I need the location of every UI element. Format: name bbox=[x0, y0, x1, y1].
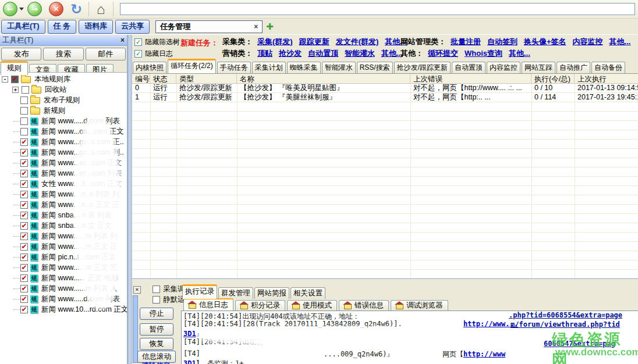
tree-folder[interactable]: 新规则 bbox=[0, 105, 127, 116]
tab-loop-tasks[interactable]: 循环任务(2/2) bbox=[168, 59, 216, 73]
checkbox[interactable]: ✔ bbox=[20, 212, 28, 219]
checkbox[interactable] bbox=[153, 286, 160, 293]
collect-group-link[interactable]: 采集(群发) bbox=[257, 37, 293, 47]
tab-exec-record[interactable]: 执行记录 bbox=[182, 284, 217, 299]
pause-button[interactable]: 暂停 bbox=[140, 323, 173, 336]
checkbox[interactable] bbox=[153, 296, 160, 304]
checkbox[interactable]: ✔ bbox=[20, 295, 28, 303]
tree-label[interactable]: 新闻 www.10...rd.com 正文 bbox=[41, 305, 127, 315]
content-monitor-link[interactable]: 内容监控 bbox=[573, 37, 603, 47]
tab-rules[interactable]: 规则 bbox=[1, 61, 28, 75]
avatar-signature-link[interactable]: 换头像+签名 bbox=[524, 37, 566, 47]
menu-task-button[interactable]: 任 务 bbox=[48, 20, 77, 34]
menu-corpus-button[interactable]: 语料库 bbox=[79, 20, 113, 34]
log-link[interactable]: http://www... bbox=[463, 320, 518, 328]
tab-settings[interactable]: 相关设置 bbox=[290, 287, 325, 299]
clear-info-button[interactable]: 清除信息 bbox=[141, 361, 171, 364]
search-button[interactable]: 搜索 bbox=[43, 48, 83, 60]
col-exec-count[interactable]: 执行(今/总) bbox=[531, 74, 575, 83]
col-name[interactable]: 名称 bbox=[237, 74, 410, 83]
close-icon[interactable]: × bbox=[120, 36, 125, 44]
mail-button[interactable]: 邮件 bbox=[86, 48, 126, 60]
back-button[interactable]: ← bbox=[3, 2, 17, 16]
checkbox[interactable]: ✔ bbox=[20, 254, 28, 261]
checkbox[interactable] bbox=[20, 97, 28, 104]
checkbox[interactable]: ✔ bbox=[20, 159, 28, 167]
tab-site-exchange[interactable]: 网站互踩 bbox=[522, 62, 555, 73]
checkbox[interactable]: ✔ bbox=[20, 180, 28, 188]
tab-auto-promote[interactable]: 自动推广 bbox=[557, 62, 590, 73]
close-icon[interactable]: × bbox=[254, 23, 258, 31]
checkbox[interactable] bbox=[20, 117, 28, 125]
tab-kernel-snapshot[interactable]: 内核快照 bbox=[133, 62, 166, 73]
tree-label[interactable]: 发布子规则 bbox=[44, 95, 80, 105]
tree-label[interactable]: 回收站 bbox=[45, 85, 67, 95]
tree-folder[interactable]: + 回收站 bbox=[0, 84, 127, 95]
checkbox[interactable]: ✔ bbox=[20, 243, 28, 251]
menu-cloudshare-button[interactable]: 云共享 bbox=[115, 20, 150, 34]
other-link[interactable]: 其他... bbox=[381, 48, 403, 59]
stop-button[interactable]: ✕ bbox=[49, 2, 63, 16]
sidebar-splitter[interactable] bbox=[127, 35, 132, 364]
checkbox[interactable]: ✓ bbox=[134, 38, 142, 46]
whois-link[interactable]: Whois查询 bbox=[465, 48, 502, 59]
checkbox[interactable]: ✔ bbox=[20, 149, 28, 156]
tree-folder[interactable]: 发布子规则 bbox=[0, 95, 127, 105]
tab-sofa-track[interactable]: 抢沙发/跟踪更新 bbox=[394, 62, 451, 73]
tab-group-post[interactable]: 群发管理 bbox=[218, 287, 253, 299]
track-update-link[interactable]: 跟踪更新 bbox=[299, 37, 329, 47]
tab-auto-backup[interactable]: 自动备份 bbox=[591, 62, 625, 73]
checkbox[interactable]: ✔ bbox=[20, 191, 28, 198]
checkbox[interactable]: ✔ bbox=[20, 201, 28, 209]
log-link[interactable]: m/forum/viewthread.php?tid bbox=[511, 320, 620, 329]
checkbox[interactable]: ✔ bbox=[20, 306, 28, 313]
checkbox[interactable] bbox=[20, 107, 28, 115]
tab-auto-top[interactable]: 自动置顶 bbox=[452, 62, 485, 73]
checkbox[interactable]: ✔ bbox=[20, 264, 28, 272]
batch-register-link[interactable]: 批量注册 bbox=[451, 37, 481, 47]
col-type[interactable]: 类型 bbox=[176, 74, 237, 83]
tab-manual-tasks[interactable]: 手动任务 bbox=[217, 62, 251, 73]
collapse-icon[interactable]: - bbox=[2, 76, 8, 83]
smart-flood-link[interactable]: 智能灌水 bbox=[345, 48, 375, 59]
log-output[interactable]: [T4][20:41:54]出现访问404或该地址不正确，地址： .php?ti… bbox=[181, 311, 638, 364]
subtab-debug-browser[interactable]: 调试浏览器 bbox=[391, 300, 448, 311]
col-status[interactable]: 状态 bbox=[150, 74, 176, 83]
add-tab-icon[interactable]: ✚ bbox=[266, 22, 274, 32]
bump-link[interactable]: 顶贴 bbox=[257, 48, 272, 59]
forward-button[interactable]: → bbox=[27, 2, 42, 16]
other-link[interactable]: 其他... bbox=[609, 37, 631, 47]
log-link[interactable]: .php?tid=6068554&extra=page bbox=[509, 311, 622, 319]
stop-task-button[interactable]: 停止 bbox=[140, 308, 173, 320]
subtab-points[interactable]: 积分记录 bbox=[235, 300, 285, 311]
table-row[interactable]: 0 运行 抢沙发/跟踪更新 【抢沙发】 『唯美及明星贴图』 对不起，网页【htt… bbox=[132, 84, 638, 93]
loop-submit-link[interactable]: 循环提交 bbox=[428, 48, 458, 59]
checkbox[interactable]: ✔ bbox=[20, 170, 28, 177]
home-button[interactable]: ⌂ bbox=[97, 2, 105, 16]
checkbox[interactable]: ✔ bbox=[20, 233, 28, 240]
tab-spider-collect[interactable]: 蜘蛛采集 bbox=[287, 62, 321, 73]
close-icon[interactable]: × bbox=[133, 286, 141, 294]
tree-root[interactable]: - ✔ 本地规则库 bbox=[0, 74, 127, 84]
hide-tree-option[interactable]: ✓ 隐藏筛选树 bbox=[134, 37, 180, 47]
checkbox[interactable]: ✔ bbox=[20, 274, 28, 282]
checkbox[interactable] bbox=[22, 86, 29, 94]
address-input[interactable] bbox=[120, 3, 635, 15]
checkbox[interactable]: ✔ bbox=[20, 222, 28, 230]
checkbox[interactable] bbox=[20, 128, 28, 135]
menu-toolbar-button[interactable]: 工具栏(T) bbox=[1, 20, 45, 34]
checkbox[interactable]: ✔ bbox=[20, 285, 28, 292]
refresh-button[interactable]: ↻ bbox=[70, 2, 82, 16]
tree-label[interactable]: 本地规则库 bbox=[34, 74, 71, 84]
subtab-errors[interactable]: 错误信息 bbox=[339, 300, 389, 311]
hide-log-option[interactable]: ✓ 隐藏日志 bbox=[134, 48, 173, 59]
checkbox[interactable]: ✓ bbox=[134, 50, 142, 58]
col-id[interactable]: 编号 bbox=[132, 74, 150, 83]
auto-top-link[interactable]: 自动置顶 bbox=[308, 48, 338, 59]
tab-rss-search[interactable]: RSS/搜索 bbox=[357, 62, 393, 73]
col-last-exec[interactable]: 上次执行 bbox=[575, 74, 638, 83]
post-file-link[interactable]: 发文件(群发) bbox=[336, 37, 379, 47]
subtab-info-log[interactable]: 信息日志 bbox=[183, 298, 233, 311]
resume-button[interactable]: 恢复 bbox=[140, 338, 173, 350]
table-row[interactable]: 1 运行 抢沙发/跟踪更新 【抢沙发】 『美腿丝袜制服』 对不起，网页【http… bbox=[132, 93, 638, 102]
